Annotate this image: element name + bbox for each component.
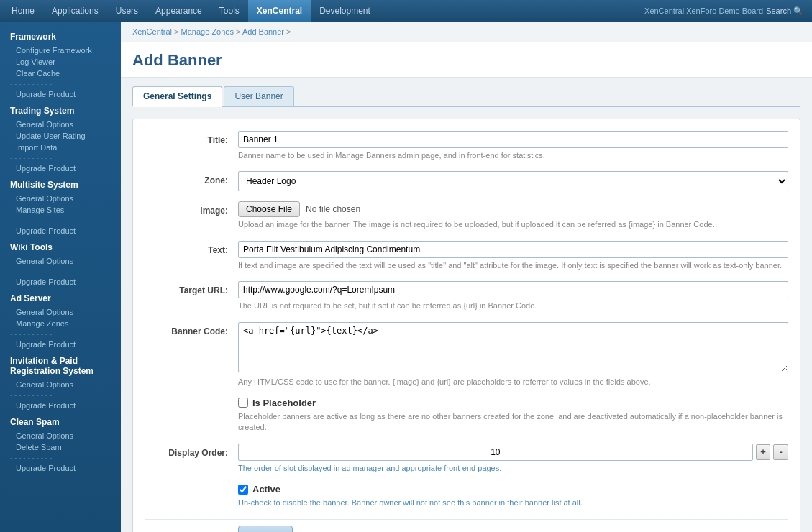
target-url-label: Target URL:	[145, 281, 238, 311]
placeholder-label-spacer	[145, 398, 238, 434]
breadcrumb-sep-1: >	[174, 27, 181, 36]
sidebar-item-upgrade-product-3[interactable]: Upgrade Product	[0, 225, 121, 237]
save-label-spacer	[145, 526, 238, 532]
banner-code-label: Banner Code:	[145, 322, 238, 387]
form-row-placeholder: Is Placeholder Placeholder banners are a…	[145, 398, 788, 434]
image-label: Image:	[145, 201, 238, 230]
nav-appearance[interactable]: Appearance	[147, 0, 211, 22]
breadcrumb-xencentral[interactable]: XenCentral	[132, 27, 172, 36]
main-content: XenCentral > Manage Zones > Add Banner >…	[121, 22, 812, 532]
sidebar-item-multisite-general[interactable]: General Options	[0, 193, 121, 204]
is-placeholder-checkbox[interactable]	[238, 398, 248, 408]
title-input[interactable]	[238, 131, 788, 148]
form-row-target-url: Target URL: The URL is not required to b…	[145, 281, 788, 311]
sidebar-section-multisite: Multisite System	[0, 174, 121, 193]
text-input[interactable]	[238, 241, 788, 258]
form-row-banner-code: Banner Code: Any HTML/CSS code to use fo…	[145, 322, 788, 387]
title-label: Title:	[145, 131, 238, 161]
form-row-text: Text: If text and image are specified th…	[145, 241, 788, 271]
nav-tools[interactable]: Tools	[211, 0, 248, 22]
sidebar-item-delete-spam[interactable]: Delete Spam	[0, 441, 121, 453]
tab-user-banner[interactable]: User Banner	[224, 86, 293, 106]
sidebar-item-upgrade-product-4[interactable]: Upgrade Product	[0, 276, 121, 288]
sidebar-section-invitation: Invitation & Paid Registration System	[0, 350, 121, 379]
nav-development[interactable]: Development	[311, 0, 379, 22]
text-field: If text and image are specified the text…	[238, 241, 788, 271]
content-area: General Settings User Banner Title: Bann…	[121, 78, 812, 532]
active-field: Active Un-check to disable the banner. B…	[238, 484, 788, 508]
tabs: General Settings User Banner	[132, 86, 800, 107]
sidebar-item-update-rating[interactable]: Update User Rating	[0, 130, 121, 142]
sidebar: Framework Configure Framework Log Viewer…	[0, 22, 121, 532]
sidebar-section-trading: Trading System	[0, 100, 121, 119]
tab-general-settings[interactable]: General Settings	[132, 86, 222, 107]
sidebar-section-cleanspam: Clean Spam	[0, 411, 121, 430]
zone-label: Zone:	[145, 171, 238, 191]
layout: Framework Configure Framework Log Viewer…	[0, 22, 812, 532]
display-order-field: + - The order of slot displayed in ad ma…	[238, 444, 788, 474]
sidebar-item-clear-cache[interactable]: Clear Cache	[0, 68, 121, 79]
text-hint: If text and image are specified the text…	[238, 260, 788, 271]
active-hint: Un-check to disable the banner. Banner o…	[238, 497, 788, 508]
target-url-hint: The URL is not required to be set, but i…	[238, 301, 788, 311]
banner-code-textarea[interactable]	[238, 322, 788, 372]
sidebar-item-manage-sites[interactable]: Manage Sites	[0, 204, 121, 216]
sidebar-sep-5: - - - - - - - - - -	[0, 329, 121, 339]
sidebar-sep-7: - - - - - - - - - -	[0, 453, 121, 462]
page-title: Add Banner	[121, 42, 812, 78]
sidebar-item-log-viewer[interactable]: Log Viewer	[0, 56, 121, 68]
sidebar-sep-1: - - - - - - - - - -	[0, 79, 121, 88]
sidebar-item-upgrade-product-1[interactable]: Upgrade Product	[0, 88, 121, 100]
sidebar-item-upgrade-product-5[interactable]: Upgrade Product	[0, 339, 121, 350]
display-order-decrement[interactable]: -	[773, 444, 788, 460]
breadcrumb: XenCentral > Manage Zones > Add Banner >	[121, 22, 812, 42]
active-checkbox[interactable]	[238, 485, 248, 495]
sidebar-section-adserver: Ad Server	[0, 288, 121, 306]
display-order-increment[interactable]: +	[756, 444, 771, 460]
search-button[interactable]: Search 🔍	[766, 6, 803, 16]
title-field: Banner name to be used in Manage Banners…	[238, 131, 788, 161]
top-navigation: Home Applications Users Appearance Tools…	[0, 0, 812, 22]
search-icon: 🔍	[793, 6, 803, 16]
sidebar-item-import-data[interactable]: Import Data	[0, 142, 121, 153]
display-order-input[interactable]	[238, 444, 753, 461]
save-button[interactable]: Save	[238, 526, 293, 532]
save-field: Save	[238, 526, 788, 532]
sidebar-item-upgrade-product-2[interactable]: Upgrade Product	[0, 162, 121, 174]
sidebar-item-manage-zones[interactable]: Manage Zones	[0, 318, 121, 329]
nav-xencentral[interactable]: XenCentral	[248, 0, 311, 22]
sidebar-item-wiki-general[interactable]: General Options	[0, 255, 121, 267]
nav-applications[interactable]: Applications	[43, 0, 107, 22]
target-url-input[interactable]	[238, 281, 788, 298]
sidebar-item-ad-general[interactable]: General Options	[0, 306, 121, 318]
nav-right: XenCentral XenForo Demo Board Search 🔍	[644, 0, 809, 22]
sidebar-item-spam-general[interactable]: General Options	[0, 430, 121, 441]
sidebar-item-upgrade-product-6[interactable]: Upgrade Product	[0, 400, 121, 411]
choose-file-button[interactable]: Choose File	[238, 201, 300, 217]
display-order-row: + -	[238, 444, 788, 461]
banner-code-hint: Any HTML/CSS code to use for the banner.…	[238, 377, 788, 387]
active-label-spacer	[145, 484, 238, 508]
sidebar-section-framework: Framework	[0, 26, 121, 45]
nav-users[interactable]: Users	[107, 0, 147, 22]
form-divider	[145, 519, 788, 520]
breadcrumb-manage-zones[interactable]: Manage Zones	[181, 27, 234, 36]
form-row-title: Title: Banner name to be used in Manage …	[145, 131, 788, 161]
site-name: XenCentral XenForo Demo Board	[644, 6, 763, 15]
zone-select[interactable]: Header Logo Footer Sidebar Top Sidebar B…	[238, 171, 788, 191]
form-row-save: Save	[145, 526, 788, 532]
breadcrumb-trailing: >	[286, 27, 291, 36]
target-url-field: The URL is not required to be set, but i…	[238, 281, 788, 311]
banner-code-field: Any HTML/CSS code to use for the banner.…	[238, 322, 788, 387]
sidebar-item-upgrade-product-7[interactable]: Upgrade Product	[0, 462, 121, 474]
image-field: Choose File No file chosen Upload an ima…	[238, 201, 788, 230]
active-label: Active	[252, 484, 280, 495]
zone-field: Header Logo Footer Sidebar Top Sidebar B…	[238, 171, 788, 191]
breadcrumb-add-banner[interactable]: Add Banner	[242, 27, 284, 36]
placeholder-checkbox-row: Is Placeholder	[238, 398, 788, 408]
sidebar-item-configure-framework[interactable]: Configure Framework	[0, 45, 121, 56]
sidebar-item-trading-general[interactable]: General Options	[0, 119, 121, 130]
nav-home[interactable]: Home	[3, 0, 43, 22]
form-section: Title: Banner name to be used in Manage …	[132, 119, 800, 532]
sidebar-item-invitation-general[interactable]: General Options	[0, 379, 121, 390]
